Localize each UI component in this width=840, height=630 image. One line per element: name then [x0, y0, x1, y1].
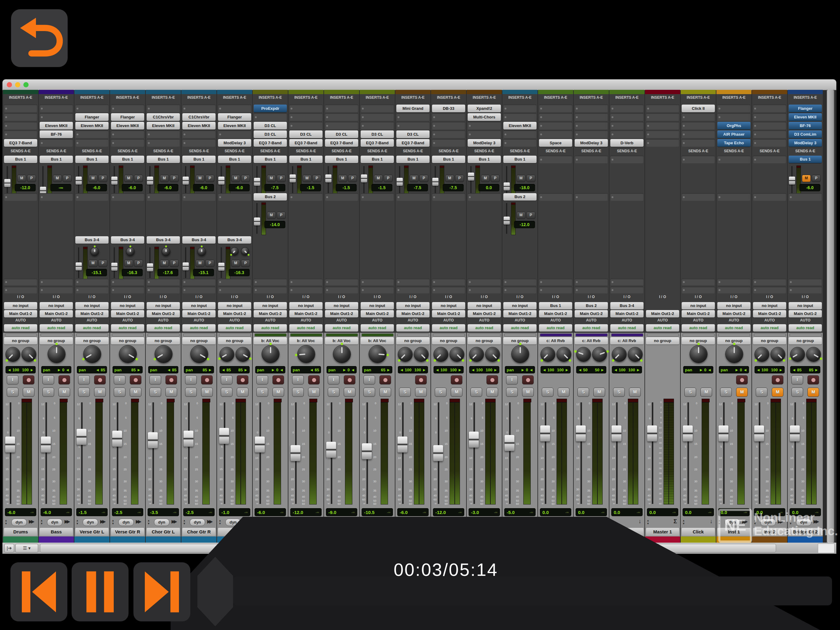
input-monitor-button[interactable]: I: [78, 375, 90, 385]
dyn-button[interactable]: dyn: [261, 519, 276, 526]
send-slot-empty[interactable]: [75, 287, 109, 293]
track-name[interactable]: [218, 528, 251, 536]
mixer-view-menu-icon[interactable]: ☰ ▾: [15, 544, 38, 552]
send-mute-button[interactable]: M: [802, 175, 811, 182]
send-slot-empty[interactable]: [610, 279, 644, 285]
send-fader-handle[interactable]: [76, 177, 82, 185]
group-selector[interactable]: b: All Voc: [289, 337, 322, 345]
insert-slot-empty[interactable]: [610, 130, 644, 138]
automation-mode-selector[interactable]: auto read: [75, 324, 109, 332]
insert-slot-empty[interactable]: [503, 139, 537, 147]
track-name[interactable]: Click: [682, 528, 715, 536]
send-slot-empty[interactable]: [254, 287, 287, 293]
output-selector[interactable]: Main Out1-2: [575, 310, 608, 317]
solo-button[interactable]: S: [542, 388, 553, 397]
record-arm-button[interactable]: [772, 375, 783, 385]
pan-knob-left[interactable]: [755, 347, 769, 362]
insert-slot-empty[interactable]: [396, 122, 429, 130]
send-a-assignment[interactable]: Bus 1: [789, 156, 822, 163]
send-slot-empty[interactable]: [682, 287, 715, 293]
input-monitor-button[interactable]: I: [7, 375, 19, 385]
scrubber-handle[interactable]: [197, 557, 233, 626]
track-name[interactable]: Chor Gtr L: [147, 528, 180, 536]
automation-mode-selector[interactable]: auto read: [4, 324, 37, 332]
pan-knob-left[interactable]: [612, 347, 627, 362]
insert-button[interactable]: Eleven MKII: [39, 122, 73, 130]
send-mute-button[interactable]: M: [231, 175, 240, 182]
send-mute-button[interactable]: M: [124, 175, 133, 182]
insert-button[interactable]: Eleven MKII: [218, 122, 251, 130]
send-slot-empty[interactable]: [218, 279, 251, 285]
send-slot-empty[interactable]: [717, 287, 750, 293]
insert-slot-empty[interactable]: [75, 104, 109, 112]
mute-button[interactable]: M: [201, 388, 213, 397]
dyn-button[interactable]: dyn: [439, 519, 455, 526]
send-slot-empty[interactable]: [396, 193, 429, 201]
insert-slot-empty[interactable]: [575, 122, 608, 130]
solo-button[interactable]: S: [7, 388, 19, 397]
nudge-stepper-icon[interactable]: ▲ ▼: [397, 519, 400, 525]
send-slot-empty[interactable]: [575, 156, 608, 163]
insert-slot-empty[interactable]: [111, 130, 144, 138]
automation-mode-selector[interactable]: auto read: [182, 324, 216, 332]
send-a-assignment[interactable]: Bus 1: [182, 156, 216, 163]
send-c-assignment[interactable]: Bus 3-4: [218, 236, 251, 244]
send-slot-empty[interactable]: [539, 287, 572, 293]
send-slot-empty[interactable]: [432, 193, 465, 201]
volume-fader-handle[interactable]: [398, 437, 407, 453]
insert-slot-empty[interactable]: [218, 104, 251, 112]
mute-button[interactable]: M: [272, 388, 284, 397]
pan-knob-right[interactable]: [628, 347, 643, 362]
mute-button[interactable]: M: [451, 388, 463, 397]
send-slot-empty[interactable]: [789, 193, 822, 201]
insert-slot-empty[interactable]: [325, 122, 358, 130]
send-slot-empty[interactable]: [325, 193, 358, 201]
send-pre-button[interactable]: P: [277, 212, 286, 219]
send-slot-empty[interactable]: [325, 279, 358, 285]
pan-knob-right[interactable]: [806, 347, 821, 362]
insert-button[interactable]: EQ3 7-Band: [396, 139, 429, 147]
pan-knob-right[interactable]: [22, 347, 36, 362]
send-slot-empty[interactable]: [289, 287, 322, 293]
send-slot-empty[interactable]: [147, 193, 180, 201]
input-monitor-button[interactable]: I: [185, 375, 197, 385]
track-name[interactable]: [254, 528, 287, 536]
insert-slot-empty[interactable]: [4, 122, 37, 130]
insert-button[interactable]: BF-76: [789, 122, 822, 130]
insert-slot-empty[interactable]: [753, 139, 786, 147]
send-slot-empty[interactable]: [75, 279, 109, 285]
pan-knob[interactable]: [333, 345, 351, 363]
send-fader-handle[interactable]: [789, 177, 795, 185]
send-slot-empty[interactable]: [610, 287, 644, 293]
input-selector[interactable]: Bus 2: [575, 302, 608, 309]
solo-button[interactable]: S: [720, 388, 732, 397]
pause-button[interactable]: [72, 562, 128, 621]
record-arm-button[interactable]: [94, 375, 106, 385]
insert-slot-empty[interactable]: [753, 122, 786, 130]
send-pre-button[interactable]: P: [526, 212, 535, 219]
input-selector[interactable]: no input: [396, 302, 429, 309]
send-mute-button[interactable]: M: [88, 260, 98, 267]
group-selector[interactable]: no group: [789, 337, 822, 345]
solo-button[interactable]: S: [43, 388, 54, 397]
send-slot-empty[interactable]: [682, 279, 715, 285]
record-arm-button[interactable]: [379, 375, 391, 385]
mute-button[interactable]: M: [94, 388, 106, 397]
insert-slot-empty[interactable]: [396, 113, 429, 121]
send-pre-button[interactable]: P: [491, 175, 500, 182]
insert-button[interactable]: D3 ComLim: [789, 130, 822, 138]
send-pre-button[interactable]: P: [98, 175, 107, 182]
send-pre-button[interactable]: P: [812, 175, 821, 182]
pan-knob[interactable]: [83, 345, 101, 363]
insert-slot-empty[interactable]: [610, 122, 644, 130]
send-slot-empty[interactable]: [182, 287, 216, 293]
mute-button[interactable]: M: [558, 388, 569, 397]
volume-fader-handle[interactable]: [790, 426, 800, 442]
insert-slot-empty[interactable]: [467, 122, 501, 130]
dyn-button[interactable]: dyn: [154, 519, 169, 526]
send-slot-empty[interactable]: [147, 279, 180, 285]
input-selector[interactable]: no input: [111, 302, 144, 309]
pan-knob-left[interactable]: [219, 347, 234, 362]
send-slot-empty[interactable]: [432, 287, 465, 293]
insert-button[interactable]: Flanger: [218, 113, 251, 121]
